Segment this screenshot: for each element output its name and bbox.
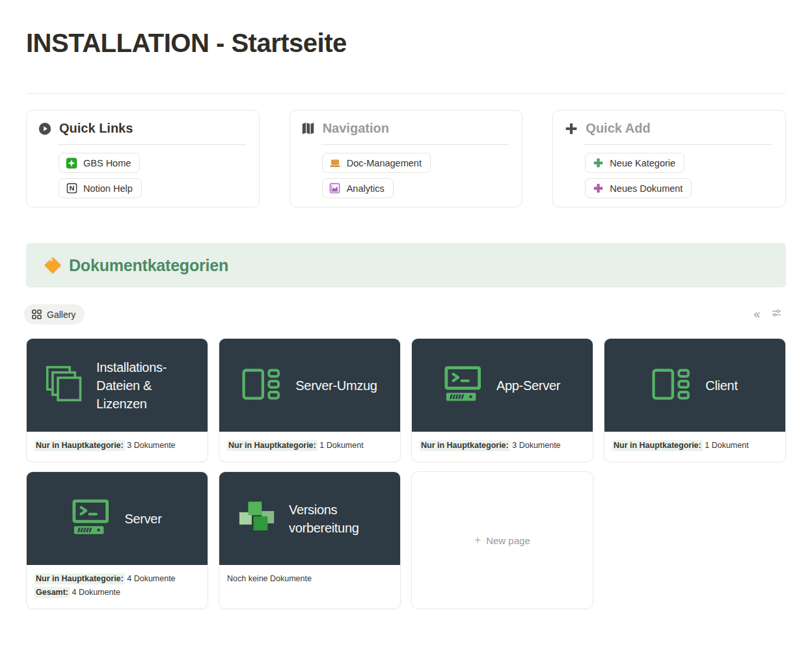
card-cover: Installations-Dateien & Lizenzen bbox=[27, 339, 208, 432]
terminal-server-icon bbox=[444, 366, 483, 405]
neues-dokument-label: Neues Dokument bbox=[610, 183, 683, 194]
card-caption: Nur in Hauptkategorie: 1 Dokument bbox=[604, 432, 785, 462]
divider bbox=[321, 144, 509, 145]
category-card-app-server[interactable]: App-Server Nur in Hauptkategorie: 3 Doku… bbox=[411, 338, 593, 462]
card-cover-title: Server-Umzug bbox=[295, 376, 377, 395]
card-cover-title: Installations-Dateien & Lizenzen bbox=[96, 358, 189, 413]
stat-label: Gesamt: bbox=[34, 587, 70, 598]
stacked-squares-icon bbox=[46, 365, 83, 406]
orange-diamond-icon bbox=[43, 256, 62, 275]
document-list-icon bbox=[652, 368, 692, 403]
terminal-server-icon bbox=[72, 499, 111, 538]
stat-label: Nur in Hauptkategorie: bbox=[34, 440, 125, 451]
card-cover-title: App-Server bbox=[496, 376, 560, 395]
collapse-chevrons-icon[interactable]: « bbox=[753, 308, 761, 321]
card-caption: Noch keine Dokumente bbox=[219, 565, 400, 609]
card-cover: Server-Umzug bbox=[219, 339, 400, 432]
category-card-versionsvorbereitung[interactable]: Versions vorbereitung Noch keine Dokumen… bbox=[219, 471, 401, 609]
stat-value: 3 Dokumente bbox=[510, 441, 561, 450]
category-card-installations-dateien[interactable]: Installations-Dateien & Lizenzen Nur in … bbox=[26, 338, 208, 462]
page-title: INSTALLATION - Startseite bbox=[26, 29, 786, 58]
doc-management-button[interactable]: Doc-Management bbox=[322, 153, 431, 173]
card-cover: App-Server bbox=[412, 339, 593, 432]
category-card-client[interactable]: Client Nur in Hauptkategorie: 1 Dokument bbox=[604, 338, 786, 462]
new-page-label: New page bbox=[486, 535, 530, 546]
gallery-view-label: Gallery bbox=[47, 309, 75, 320]
plus-purple-icon bbox=[592, 183, 604, 194]
navigation-title: Navigation bbox=[323, 121, 389, 136]
gbs-home-label: GBS Home bbox=[83, 158, 131, 168]
quick-links-card: Quick Links GBS Home Notion Help bbox=[26, 110, 260, 207]
plus-icon bbox=[564, 122, 578, 136]
stat-value: 4 Dokumente bbox=[70, 588, 120, 597]
stat-label: Nur in Hauptkategorie: bbox=[420, 440, 510, 451]
doc-management-label: Doc-Management bbox=[347, 158, 422, 168]
divider bbox=[26, 93, 786, 94]
card-cover: Server bbox=[27, 472, 208, 565]
document-list-icon bbox=[242, 368, 282, 403]
stat-label: Nur in Hauptkategorie: bbox=[34, 573, 125, 584]
neues-dokument-button[interactable]: Neues Dokument bbox=[585, 178, 692, 198]
card-caption: Nur in Hauptkategorie: 3 Dokumente bbox=[412, 432, 593, 462]
notion-logo-icon bbox=[66, 183, 77, 194]
stat-label: Nur in Hauptkategorie: bbox=[227, 440, 318, 451]
gallery-toolbar: Gallery « bbox=[26, 304, 786, 324]
analytics-label: Analytics bbox=[347, 183, 385, 194]
gallery-grid: Installations-Dateien & Lizenzen Nur in … bbox=[26, 338, 786, 609]
top-cards-row: Quick Links GBS Home Notion Help bbox=[26, 110, 786, 207]
notion-help-label: Notion Help bbox=[83, 183, 133, 194]
chart-icon bbox=[329, 183, 341, 194]
stat-value: 3 Dokumente bbox=[125, 441, 176, 450]
plus-icon: + bbox=[474, 534, 481, 547]
category-card-server[interactable]: Server Nur in Hauptkategorie: 4 Dokument… bbox=[26, 471, 208, 609]
neue-kategorie-label: Neue Kategorie bbox=[610, 158, 675, 168]
plus-green-icon bbox=[592, 157, 604, 169]
navigation-header: Navigation bbox=[301, 121, 509, 136]
notion-page: INSTALLATION - Startseite Quick Links GB… bbox=[0, 29, 812, 609]
view-settings-icon[interactable] bbox=[771, 308, 782, 321]
card-cover-title: Client bbox=[705, 376, 737, 395]
category-card-server-umzug[interactable]: Server-Umzug Nur in Hauptkategorie: 1 Do… bbox=[219, 338, 401, 462]
quick-add-title: Quick Add bbox=[586, 121, 650, 136]
divider bbox=[584, 144, 772, 145]
notion-help-button[interactable]: Notion Help bbox=[59, 178, 142, 198]
quick-links-title: Quick Links bbox=[59, 121, 133, 136]
quick-links-header: Quick Links bbox=[38, 121, 246, 136]
gallery-grid-icon bbox=[32, 309, 42, 319]
card-cover: Client bbox=[604, 339, 785, 432]
stat-value: 4 Dokumente bbox=[125, 574, 176, 583]
quick-add-card: Quick Add Neue Kategorie Neues Dokument bbox=[552, 110, 786, 207]
card-note: Noch keine Dokumente bbox=[227, 573, 392, 584]
laptop-icon bbox=[329, 157, 341, 169]
map-icon bbox=[301, 122, 316, 136]
stat-value: 1 Dokument bbox=[703, 441, 749, 450]
card-cover-title: Server bbox=[124, 510, 161, 528]
analytics-button[interactable]: Analytics bbox=[322, 178, 394, 198]
neue-kategorie-button[interactable]: Neue Kategorie bbox=[585, 153, 684, 173]
card-caption: Nur in Hauptkategorie: 3 Dokumente bbox=[27, 432, 208, 462]
divider bbox=[58, 144, 246, 145]
stat-value: 1 Dokument bbox=[318, 441, 364, 450]
callout-title: Dokumentkategorien bbox=[69, 256, 228, 275]
gbs-app-icon bbox=[66, 157, 77, 169]
navigation-card: Navigation Doc-Management Analytics bbox=[290, 110, 523, 207]
card-caption: Nur in Hauptkategorie: 1 Dokument bbox=[219, 432, 400, 462]
pinwheel-squares-icon bbox=[238, 499, 276, 538]
play-circle-icon bbox=[38, 122, 52, 136]
dokumentkategorien-callout: Dokumentkategorien bbox=[26, 243, 786, 287]
new-page-button[interactable]: + New page bbox=[411, 471, 593, 609]
card-caption: Nur in Hauptkategorie: 4 Dokumente Gesam… bbox=[27, 565, 208, 609]
stat-label: Nur in Hauptkategorie: bbox=[612, 440, 703, 451]
gbs-home-button[interactable]: GBS Home bbox=[59, 153, 140, 173]
card-cover: Versions vorbereitung bbox=[219, 472, 400, 565]
card-cover-title: Versions vorbereitung bbox=[289, 501, 381, 537]
quick-add-header: Quick Add bbox=[564, 121, 772, 136]
gallery-view-tab[interactable]: Gallery bbox=[24, 304, 85, 324]
